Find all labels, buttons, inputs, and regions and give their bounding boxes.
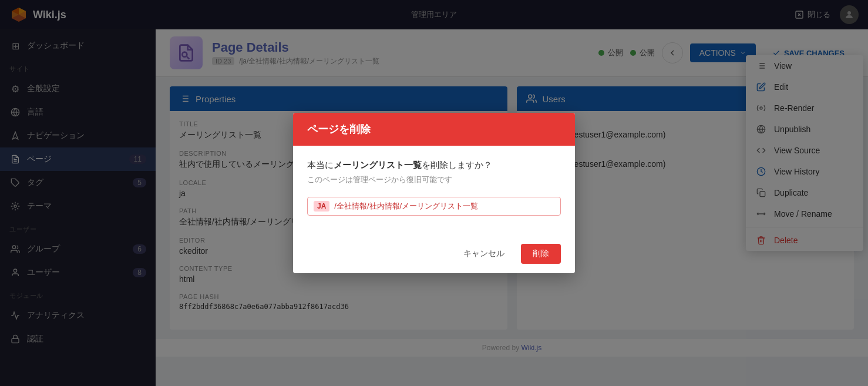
delete-button[interactable]: 削除 [521, 244, 561, 264]
dialog-body: 本当にメーリングリスト一覧を削除しますか？ このページは管理ページから復旧可能で… [293, 146, 575, 234]
confirm-text: 本当にメーリングリスト一覧を削除しますか？ [307, 160, 561, 171]
sub-text: このページは管理ページから復旧可能です [307, 174, 561, 185]
dialog-title: ページを削除 [307, 123, 371, 135]
delete-dialog: ページを削除 本当にメーリングリスト一覧を削除しますか？ このページは管理ページ… [293, 113, 575, 273]
dialog-path: JA /全社情報/社内情報/メーリングリスト一覧 [307, 197, 561, 216]
cancel-button[interactable]: キャンセル [454, 244, 514, 264]
modal-overlay: ページを削除 本当にメーリングリスト一覧を削除しますか？ このページは管理ページ… [0, 0, 868, 386]
cancel-label: キャンセル [463, 249, 504, 258]
dialog-path-value: /全社情報/社内情報/メーリングリスト一覧 [334, 201, 478, 212]
dialog-header: ページを削除 [293, 113, 575, 146]
delete-label: 削除 [533, 249, 549, 258]
dialog-footer: キャンセル 削除 [293, 234, 575, 273]
locale-tag: JA [314, 201, 329, 212]
